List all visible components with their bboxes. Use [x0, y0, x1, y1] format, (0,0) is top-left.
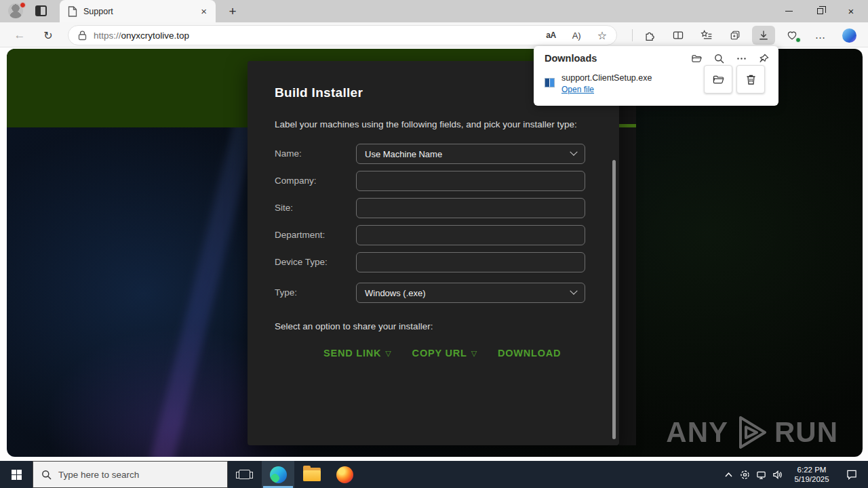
department-input[interactable]: [356, 225, 585, 245]
tray-status-button[interactable]: [736, 461, 753, 488]
network-button[interactable]: [753, 461, 769, 488]
downloads-flyout: Downloads support.ClientSet: [534, 46, 778, 106]
read-aloud-icon[interactable]: A): [572, 30, 581, 41]
show-in-folder-button[interactable]: [704, 65, 732, 94]
copilot-button[interactable]: [835, 25, 863, 45]
open-file-link[interactable]: Open file: [561, 85, 594, 94]
start-button[interactable]: [0, 461, 33, 488]
notification-dot: [20, 2, 26, 8]
edge-icon: [270, 466, 287, 483]
back-button[interactable]: ←: [11, 26, 28, 44]
url-text: https://onyxcrytolive.top: [94, 30, 189, 41]
tray-expand-button[interactable]: [720, 461, 736, 488]
share-prompt: Select an option to share your installer…: [275, 321, 433, 331]
send-link-label: SEND LINK: [323, 348, 381, 359]
taskbar-clock[interactable]: 6:22 PM 5/19/2025: [791, 465, 833, 484]
browser-titlebar: Support × + ×: [0, 0, 868, 22]
windows-taskbar: Type here to search: [0, 461, 868, 488]
settings-more-button[interactable]: …: [806, 25, 835, 45]
dropdown-triangle-icon: ▽: [385, 349, 391, 358]
add-favorite-icon[interactable]: ☆: [597, 29, 607, 42]
downloads-more-icon[interactable]: [736, 54, 747, 64]
download-label: DOWNLOAD: [498, 348, 561, 359]
chevron-down-icon: [570, 287, 577, 295]
download-item[interactable]: support.ClientSetup.exe Open file: [534, 69, 778, 103]
open-downloads-folder-icon[interactable]: [692, 54, 702, 64]
minimize-button[interactable]: [773, 0, 804, 22]
new-tab-button[interactable]: +: [224, 3, 241, 20]
profile-button[interactable]: [7, 3, 26, 20]
speaker-icon: [772, 470, 783, 480]
side-strip: [619, 49, 636, 445]
address-bar[interactable]: https://onyxcrytolive.top aA A) ☆: [68, 25, 617, 45]
company-input[interactable]: [356, 171, 585, 191]
form-row-department: Department:: [248, 225, 619, 245]
chevron-down-icon: [570, 148, 577, 156]
modal-scrollbar[interactable]: [612, 160, 616, 439]
volume-button[interactable]: [769, 461, 785, 488]
tab-close-icon[interactable]: ×: [199, 5, 209, 17]
form-row-company: Company:: [248, 171, 619, 191]
windows-logo-icon: [12, 470, 22, 480]
web-page: Build Installer Label your machines usin…: [0, 47, 868, 461]
download-file-name: support.ClientSetup.exe: [561, 73, 652, 83]
collections-button[interactable]: [721, 25, 749, 45]
taskbar-search[interactable]: Type here to search: [33, 461, 228, 488]
name-select[interactable]: Use Machine Name: [356, 144, 585, 164]
firefox-icon: [336, 466, 353, 483]
url-scheme: https://: [94, 30, 121, 41]
delete-download-button[interactable]: [736, 65, 765, 94]
chevron-up-icon: [724, 470, 734, 480]
collections-add-icon: [729, 29, 741, 41]
taskbar-firefox-button[interactable]: [328, 461, 361, 488]
close-window-button[interactable]: ×: [835, 0, 867, 22]
favorites-list-icon: [701, 29, 713, 41]
field-label: Device Type:: [275, 257, 328, 267]
anyrun-logo-icon: [734, 415, 769, 450]
send-link-button[interactable]: SEND LINK ▽: [323, 348, 392, 359]
browser-essentials-button[interactable]: [778, 25, 806, 45]
taskbar-explorer-button[interactable]: [296, 461, 328, 488]
dropdown-triangle-icon: ▽: [471, 349, 477, 358]
search-downloads-icon[interactable]: [714, 54, 724, 64]
split-screen-icon: [672, 29, 684, 41]
downloads-button[interactable]: [752, 26, 775, 45]
restore-button[interactable]: [804, 0, 835, 22]
form-row-site: Site:: [248, 198, 619, 218]
browser-toolbar: ← ↻ https://onyxcrytolive.top aA A) ☆: [0, 22, 868, 47]
site-input[interactable]: [356, 198, 585, 218]
search-placeholder: Type here to search: [58, 470, 139, 480]
pin-icon[interactable]: [759, 54, 769, 64]
network-icon: [756, 470, 766, 480]
essentials-badge: [795, 37, 801, 43]
clock-time: 6:22 PM: [791, 465, 833, 474]
extensions-button[interactable]: [635, 25, 664, 45]
puzzle-icon: [644, 29, 656, 41]
task-view-icon: [239, 470, 250, 479]
copy-url-button[interactable]: COPY URL ▽: [412, 348, 477, 359]
taskbar-edge-button[interactable]: [262, 461, 294, 488]
form-row-name: Name: Use Machine Name: [248, 144, 619, 164]
modal-instructions: Label your machines using the following …: [275, 119, 577, 129]
tab-support[interactable]: Support ×: [60, 0, 216, 22]
refresh-button[interactable]: ↻: [39, 26, 57, 44]
trash-icon: [745, 74, 757, 85]
translate-icon[interactable]: aA: [546, 30, 555, 40]
url-domain: onyxcrytolive.top: [121, 30, 190, 41]
file-explorer-icon: [303, 468, 321, 481]
workspaces-icon[interactable]: [35, 5, 47, 16]
divider: [632, 29, 633, 41]
type-select[interactable]: Windows (.exe): [356, 283, 585, 303]
split-screen-button[interactable]: [664, 25, 692, 45]
tab-title: Support: [83, 7, 199, 16]
task-view-button[interactable]: [228, 461, 260, 488]
action-center-button[interactable]: [838, 461, 865, 488]
download-button[interactable]: DOWNLOAD: [498, 348, 561, 359]
download-icon: [757, 29, 770, 41]
copy-url-label: COPY URL: [412, 348, 467, 359]
device-type-input[interactable]: [356, 252, 585, 272]
favorites-button[interactable]: [692, 25, 721, 45]
clock-date: 5/19/2025: [791, 474, 833, 484]
modal-title: Build Installer: [275, 85, 363, 100]
folder-icon: [713, 74, 724, 85]
